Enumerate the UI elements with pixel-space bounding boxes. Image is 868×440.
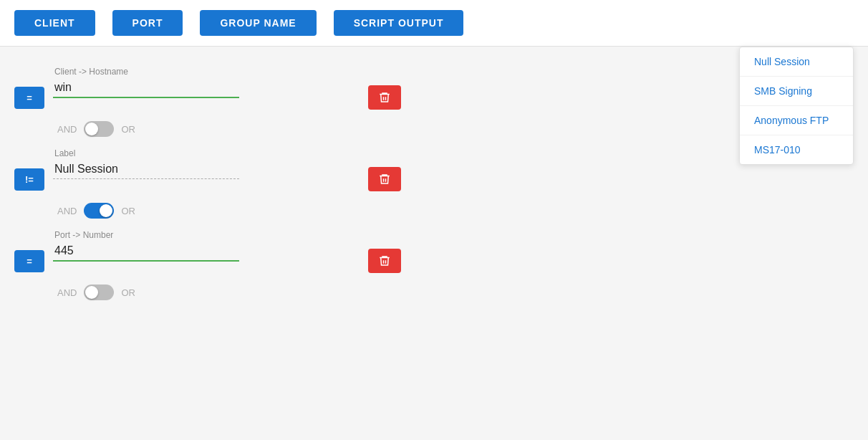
client-button[interactable]: CLIENT — [14, 10, 95, 36]
field-input-3[interactable] — [53, 243, 239, 262]
row-2: != Label — [0, 143, 868, 197]
field-input-1[interactable] — [53, 80, 239, 98]
connector-2: AND OR — [0, 197, 868, 224]
field-block-3: Port -> Number — [53, 230, 354, 262]
field-label-2: Label — [54, 148, 354, 158]
dropdown-menu: Null Session SMB Signing Anonymous FTP M… — [739, 47, 854, 165]
operator-btn-1[interactable]: = — [14, 87, 44, 109]
trash-icon-2 — [378, 173, 391, 186]
or-label-2: OR — [121, 206, 135, 216]
dropdown-item-null-session[interactable]: Null Session — [740, 47, 853, 77]
operator-btn-2[interactable]: != — [14, 168, 44, 191]
dropdown-item-anonymous-ftp[interactable]: Anonymous FTP — [740, 106, 853, 135]
script-output-button[interactable]: SCRIPT OUTPUT — [334, 10, 464, 36]
trash-icon-1 — [378, 91, 391, 104]
field-label-1: Client -> Hostname — [54, 67, 354, 77]
field-block-2: Label — [53, 148, 354, 179]
and-label-1: AND — [57, 124, 77, 135]
toggle-knob-1 — [85, 123, 98, 135]
main-content: = Client -> Hostname AND OR != Label — [0, 47, 868, 306]
field-label-3: Port -> Number — [54, 230, 354, 240]
delete-btn-1[interactable] — [368, 85, 401, 110]
connector-3: AND OR — [0, 279, 868, 306]
field-input-2[interactable] — [53, 161, 239, 179]
group-name-button[interactable]: GROUP NAME — [200, 10, 316, 36]
dropdown-item-ms17-010[interactable]: MS17-010 — [740, 135, 853, 164]
trash-icon-3 — [378, 254, 391, 267]
and-label-3: AND — [57, 287, 77, 298]
toggle-knob-2 — [100, 204, 112, 217]
toggle-3[interactable] — [84, 284, 114, 300]
toggle-knob-3 — [85, 286, 98, 299]
header: CLIENT PORT GROUP NAME SCRIPT OUTPUT — [0, 0, 868, 47]
port-button[interactable]: PORT — [112, 10, 183, 36]
delete-btn-2[interactable] — [368, 167, 401, 191]
row-1: = Client -> Hostname — [0, 61, 868, 115]
toggle-1[interactable] — [84, 121, 114, 137]
and-label-2: AND — [57, 206, 77, 216]
connector-1: AND OR — [0, 115, 868, 143]
operator-btn-3[interactable]: = — [14, 250, 44, 272]
dropdown-item-smb-signing[interactable]: SMB Signing — [740, 77, 853, 106]
field-block-1: Client -> Hostname — [53, 67, 354, 98]
or-label-3: OR — [121, 287, 135, 298]
toggle-2[interactable] — [84, 203, 114, 219]
row-3: = Port -> Number — [0, 224, 868, 279]
or-label-1: OR — [121, 124, 135, 135]
delete-btn-3[interactable] — [368, 249, 401, 273]
